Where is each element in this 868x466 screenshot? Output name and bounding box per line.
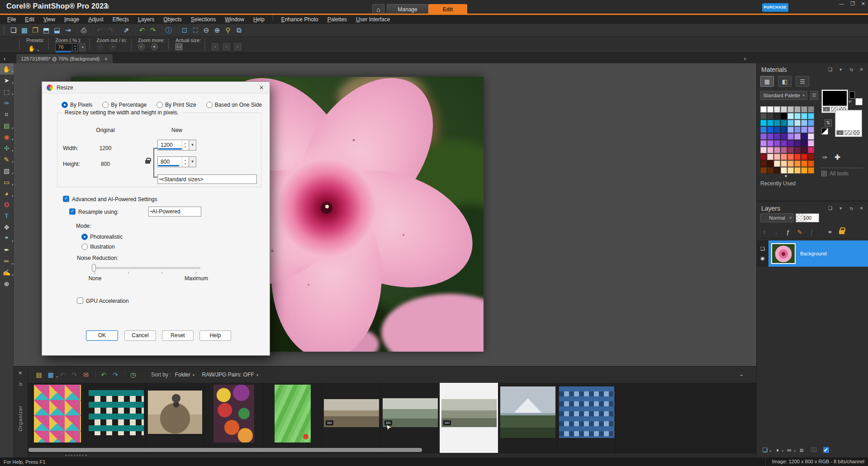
options-grip[interactable] [168, 39, 172, 50]
resize-dialog-titlebar[interactable]: Resize ✕ [42, 82, 270, 94]
dropper-tool[interactable]: ✑ [0, 97, 14, 108]
deform-tool[interactable]: ✥ [0, 221, 14, 233]
fg-color-style-button[interactable]: ▾ [823, 107, 830, 112]
color-swatch[interactable] [794, 106, 801, 113]
color-swatch[interactable] [787, 154, 794, 160]
width-dropdown-icon[interactable]: ▼ [189, 140, 196, 150]
color-swatch[interactable] [794, 140, 801, 146]
print-icon[interactable]: ⎙ [78, 25, 89, 35]
color-swatch[interactable] [801, 106, 807, 113]
new-mask-layer-icon[interactable]: ∞▾ [785, 446, 794, 454]
radio-by-pixels[interactable]: By Pixels [62, 102, 92, 108]
swap-mini-colors-icon[interactable]: ⇄ [849, 99, 852, 104]
save-icon[interactable]: ⬓ [52, 25, 62, 35]
thumbnail-panorama-1[interactable]: 360 [322, 383, 381, 453]
color-swatch[interactable] [801, 167, 807, 174]
organizer-resize-grip[interactable] [28, 453, 756, 457]
color-swatch[interactable] [781, 160, 787, 167]
close-button[interactable]: ✕ [861, 1, 865, 7]
workspace-icon[interactable]: ⧉ [105, 3, 109, 10]
save-as-icon[interactable]: ⇥ [62, 25, 73, 35]
edit-selection-icon[interactable]: ✎ [795, 227, 805, 236]
thumbnail-tile-mosaic[interactable] [87, 383, 146, 453]
thumbnail-produce[interactable] [204, 383, 263, 453]
color-swatch[interactable] [801, 113, 807, 119]
color-swatch[interactable] [787, 120, 794, 126]
redo-disabled-icon[interactable]: ↷ [105, 25, 116, 35]
opacity-input[interactable]: 100 [796, 213, 819, 222]
color-swatch[interactable] [808, 167, 814, 174]
zoom-in-step-button[interactable]: + [109, 43, 116, 50]
organizer-close-icon[interactable]: ✕ [18, 370, 22, 376]
panel-menu-icon[interactable]: ▾ [838, 205, 844, 211]
pin-panel-icon[interactable]: ⚲ [848, 66, 854, 72]
color-swatch[interactable] [801, 154, 807, 160]
color-swatch[interactable] [801, 160, 807, 167]
color-swatch[interactable] [794, 133, 801, 140]
organizer-pin-icon[interactable]: ⚲ [17, 381, 24, 387]
resample-checkbox[interactable] [69, 208, 76, 215]
background-material-swatch[interactable]: ▾ [835, 110, 862, 137]
color-swatch[interactable] [781, 113, 787, 119]
color-swatch[interactable] [787, 167, 794, 174]
color-swatch[interactable] [794, 154, 801, 160]
actual-size-icon[interactable]: ⊡ [179, 25, 190, 35]
eraser-tool[interactable]: ▭▾ [0, 176, 14, 188]
bg-gradient-style-button[interactable] [844, 130, 852, 135]
color-swatch[interactable] [787, 127, 794, 133]
color-swatch[interactable] [794, 127, 801, 133]
rainbow-picker-tab[interactable]: ◧ [778, 76, 792, 87]
fit-canvas-icon[interactable]: ⊡ [223, 43, 230, 50]
color-swatch[interactable] [781, 167, 787, 174]
capture-time-icon[interactable]: ◷ [128, 370, 138, 380]
minimize-button[interactable]: — [839, 1, 844, 7]
layer-styles-icon[interactable]: ƒ [783, 227, 793, 236]
close-panel-icon[interactable]: ✕ [859, 66, 864, 72]
palette-list-button[interactable]: ☰ [810, 91, 818, 100]
apply-edits-icon[interactable]: ✔ [821, 446, 830, 454]
redo-icon[interactable]: ↷ [147, 25, 158, 35]
options-grip[interactable] [48, 39, 52, 50]
color-swatch[interactable] [774, 106, 780, 113]
blend-mode-dropdown[interactable]: Normal▾ [760, 213, 794, 222]
sliders-tab[interactable]: ☰ [796, 76, 809, 87]
center-canvas-icon[interactable]: ⊞ [212, 43, 218, 50]
open-icon[interactable]: ❐ [30, 25, 41, 35]
menu-layers[interactable]: Layers [133, 15, 159, 24]
menu-objects[interactable]: Objects [159, 15, 186, 24]
layer-thumbnail[interactable] [771, 243, 796, 264]
eyedropper-icon[interactable]: ✑ [822, 154, 828, 161]
redo-icon[interactable]: ↷ [110, 370, 121, 380]
color-swatch[interactable] [808, 140, 814, 146]
document-close-icon[interactable]: ✕ [104, 56, 108, 61]
thumbnail-panorama-3[interactable]: 360 [440, 383, 498, 453]
thumbnail-panorama-2[interactable]: 360 [381, 383, 440, 453]
move-up-icon[interactable]: ↑ [759, 227, 769, 236]
color-swatch[interactable] [774, 113, 780, 119]
undo-disabled-icon[interactable]: ↶ [94, 25, 105, 35]
new-adjustment-layer-icon[interactable]: ◑▾ [773, 446, 782, 454]
paint-brush-tool[interactable]: ✎▾ [0, 154, 14, 165]
zoom-in-icon[interactable]: ⊕ [212, 25, 223, 35]
delete-layer-icon[interactable]: ⌧ [809, 446, 818, 454]
browse-icon[interactable]: ▦ [19, 25, 30, 35]
radio-photorealistic[interactable]: Photorealistic [81, 234, 123, 240]
rotate-right-icon[interactable]: ↷ [69, 370, 80, 380]
color-swatch[interactable] [787, 106, 794, 113]
color-swatch[interactable] [808, 147, 814, 153]
actual-size-button[interactable]: 1:1 [175, 43, 182, 50]
menu-enhance-photo[interactable]: Enhance Photo [277, 15, 323, 24]
color-swatch[interactable] [781, 133, 787, 140]
color-swatch[interactable] [774, 133, 780, 140]
dialog-close-icon[interactable]: ✕ [257, 84, 266, 92]
noise-reduction-slider-track[interactable] [93, 267, 200, 269]
radio-illustration[interactable]: Illustration [81, 244, 123, 250]
color-swatch[interactable] [760, 147, 767, 153]
color-swatch[interactable] [794, 147, 801, 153]
color-swatch[interactable] [808, 120, 814, 126]
color-swatch[interactable] [808, 133, 814, 140]
float-panel-icon[interactable]: ❏ [827, 205, 833, 211]
link-layers-icon[interactable]: ⚭ [825, 227, 835, 236]
color-swatch[interactable] [808, 160, 814, 167]
thumbnail-blue-mosaic[interactable] [557, 383, 616, 453]
